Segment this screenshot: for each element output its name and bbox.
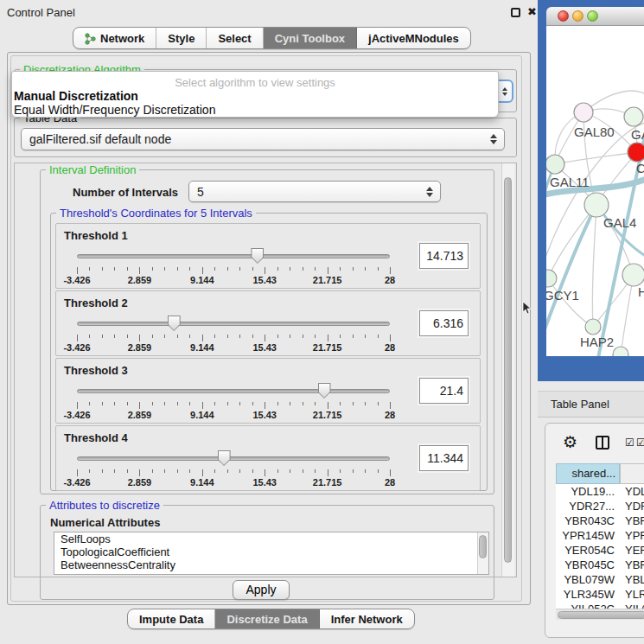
cell-name[interactable]: YDL1 [620,484,644,499]
table-row[interactable]: YPR145WYPR1 [556,528,644,543]
cell-shared-name[interactable]: YBR043C [556,513,620,528]
tick-mark [164,402,165,405]
tab-style[interactable]: Style [156,28,207,48]
zoom-traffic-light-icon[interactable] [587,10,598,22]
tab-discretize-data[interactable]: Discretize Data [215,609,319,628]
close-traffic-light-icon[interactable] [558,10,569,22]
table-row[interactable]: YDR27...YDR2 [556,499,644,513]
table-row[interactable]: YER054CYER0 [556,543,644,558]
threshold-label: Threshold 3 [64,364,128,377]
tick-mark [214,267,215,271]
attributes-scrollbar[interactable] [477,532,488,574]
minimize-traffic-light-icon[interactable] [572,10,583,22]
checkbox-icon[interactable]: ☑ [625,437,634,448]
cell-shared-name[interactable]: YPR145W [556,528,620,543]
tab-cyni-toolbox-label: Cyni Toolbox [275,32,345,45]
slider-track[interactable] [77,322,390,326]
slider-thumb[interactable] [251,248,264,264]
table-row[interactable]: YBR045CYBR0 [556,558,644,572]
tick-mark [365,402,366,405]
cyni-mode-tabs: Impute Data Discretize Data Infer Networ… [127,609,415,629]
threshold-value-field[interactable]: 11.344 [419,445,469,471]
table-row[interactable]: YLR345WYLR3 [556,587,644,602]
apply-button[interactable]: Apply [233,580,290,600]
tick-mark [353,402,354,405]
tick-mark [390,402,391,409]
slider-track[interactable] [77,254,390,258]
column-header-shared-name[interactable]: shared... [556,463,620,484]
table-row[interactable]: YBL079WYBL0 [556,572,644,587]
cell-name[interactable]: YBR0 [620,558,644,572]
slider-track[interactable] [77,389,390,393]
table-data-combobox[interactable]: galFiltered.sif default node [21,128,505,150]
cell-name[interactable]: YBL0 [620,572,644,587]
cell-name[interactable]: YDR2 [620,499,644,513]
tick-mark [290,402,290,405]
cell-shared-name[interactable]: YDR27... [556,499,620,513]
control-panel-tabs: Network Style Select Cyni Toolbox jActiv… [73,27,471,49]
threshold-slider[interactable]: -3.4262.8599.14415.4321.71528 [77,381,390,423]
cell-shared-name[interactable]: YBL079W [556,572,620,587]
threshold-value-field[interactable]: 6.316 [419,310,469,336]
slider-track[interactable] [77,456,390,461]
scrollbar-thumb[interactable] [479,535,487,558]
cell-shared-name[interactable]: YDL19... [556,484,620,499]
table-row[interactable]: YBR043CYBR0 [556,513,644,528]
threshold-label: Threshold 2 [64,296,128,309]
tick-mark [227,335,228,338]
dropdown-item-equal-width-frequency[interactable]: Equal Width/Frequency Discretization [12,103,498,117]
table-row[interactable]: YDL19...YDL1 [556,484,644,499]
number-of-intervals-value: 5 [197,185,204,199]
cell-shared-name[interactable]: YBR045C [556,558,620,572]
column-header-name[interactable]: na [620,463,644,484]
close-icon[interactable]: ✖ [527,5,537,18]
float-window-icon[interactable] [511,8,520,17]
table-horizontal-scrollbar[interactable] [556,609,644,620]
table-panel-header: Table Panel [538,391,644,418]
number-of-intervals-combobox[interactable]: 5 [188,181,441,202]
threshold-slider[interactable]: -3.4262.8599.14415.4321.71528 [77,246,390,288]
tick-label: 28 [368,275,411,285]
threshold-slider[interactable]: -3.4262.8599.14415.4321.71528 [77,314,390,355]
cell-shared-name[interactable]: YLR345W [556,587,620,602]
tab-network[interactable]: Network [73,28,156,48]
attribute-item[interactable]: BetweennessCentrality [54,558,488,571]
tab-select[interactable]: Select [207,28,263,48]
threshold-value-field[interactable]: 14.713 [419,243,469,269]
slider-thumb[interactable] [218,450,231,466]
tab-jactivemnodules[interactable]: jActiveMNodules [357,28,470,48]
checkbox-icon[interactable]: ☑ [636,437,644,448]
settings-vertical-scrollbar[interactable] [501,163,514,577]
tick-label: -3.426 [55,342,99,353]
slider-thumb[interactable] [318,383,331,399]
table-panel-body: ⚙ ☑ ☑ shared... na YDL19...YDL1YDR27...Y… [538,418,644,644]
tick-mark [102,402,103,405]
tick-mark [277,335,278,338]
threshold-slider[interactable]: -3.4262.8599.14415.4321.71528 [77,449,390,490]
scrollbar-thumb[interactable] [558,611,644,619]
tab-cyni-toolbox[interactable]: Cyni Toolbox [264,28,357,48]
network-window-titlebar[interactable] [546,7,644,26]
cell-name[interactable]: YPR1 [620,528,644,543]
cell-shared-name[interactable]: YER054C [556,543,620,558]
threshold-value-field[interactable]: 21.4 [419,378,469,404]
dropdown-item-manual-discretization[interactable]: Manual Discretization [12,89,498,103]
slider-ticks [77,402,390,409]
cell-name[interactable]: YLR3 [620,587,644,602]
attribute-item[interactable]: SelfLoops [54,532,488,545]
tick-label: 9.144 [181,275,224,285]
tick-label: 9.144 [181,410,224,420]
columns-icon[interactable] [596,436,609,450]
cell-name[interactable]: YBR0 [620,513,644,528]
tab-impute-data[interactable]: Impute Data [128,609,215,628]
network-canvas[interactable]: GAL80 GA C GAL11 GAL4 GCY1 H HAP2 [546,26,644,356]
tick-mark [127,267,128,271]
numerical-attributes-list[interactable]: SelfLoopsTopologicalCoefficientBetweenne… [54,532,489,575]
tick-mark [378,267,379,271]
slider-thumb[interactable] [168,316,181,331]
tab-infer-network[interactable]: Infer Network [320,609,414,628]
attribute-item[interactable]: TopologicalCoefficient [54,545,488,558]
gear-icon[interactable]: ⚙ [563,434,577,450]
scrollbar-thumb[interactable] [504,177,512,563]
cell-name[interactable]: YER0 [620,543,644,558]
